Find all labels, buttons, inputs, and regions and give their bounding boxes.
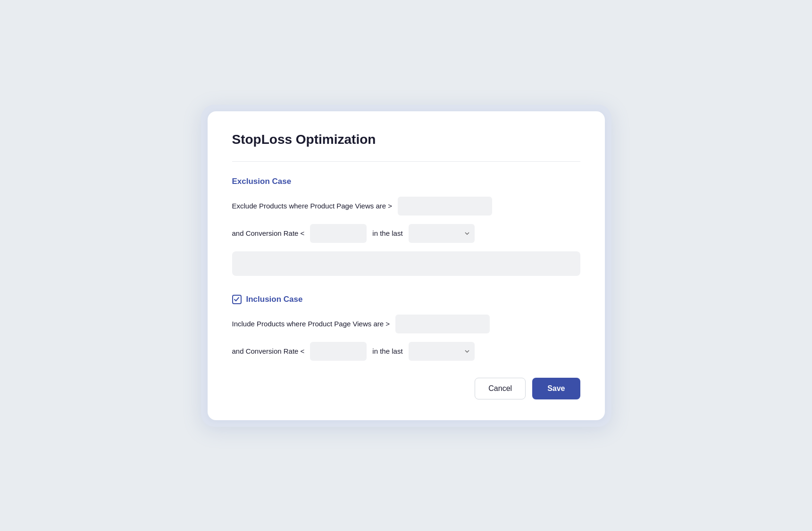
inclusion-checkbox[interactable] xyxy=(232,295,242,304)
exclusion-in-the-last-label: in the last xyxy=(372,229,402,237)
exclusion-textarea[interactable] xyxy=(232,251,580,276)
inclusion-in-the-last-label: in the last xyxy=(372,347,402,355)
inclusion-case-section: Inclusion Case Include Products where Pr… xyxy=(232,295,580,361)
inner-card: StopLoss Optimization Exclusion Case Exc… xyxy=(208,111,605,420)
exclusion-textarea-row xyxy=(232,251,580,278)
inclusion-row2-label: and Conversion Rate < xyxy=(232,347,305,355)
exclusion-row2: and Conversion Rate < in the last 7 days… xyxy=(232,224,580,243)
exclusion-case-title: Exclusion Case xyxy=(232,177,580,186)
cancel-button[interactable]: Cancel xyxy=(475,378,526,399)
exclusion-conversion-rate-input[interactable] xyxy=(310,224,367,243)
inclusion-page-views-input[interactable] xyxy=(395,315,490,333)
page-title: StopLoss Optimization xyxy=(232,132,580,147)
divider xyxy=(232,161,580,162)
inclusion-row1: Include Products where Product Page View… xyxy=(232,315,580,333)
save-button[interactable]: Save xyxy=(532,378,580,399)
footer-buttons: Cancel Save xyxy=(232,378,580,399)
exclusion-row1-label: Exclude Products where Product Page View… xyxy=(232,202,393,210)
inclusion-row1-label: Include Products where Product Page View… xyxy=(232,320,390,328)
inclusion-period-select[interactable]: 7 days 14 days 30 days xyxy=(409,342,475,361)
exclusion-row2-label: and Conversion Rate < xyxy=(232,229,305,237)
exclusion-period-select[interactable]: 7 days 14 days 30 days xyxy=(409,224,475,243)
exclusion-case-section: Exclusion Case Exclude Products where Pr… xyxy=(232,177,580,278)
inclusion-conversion-rate-input[interactable] xyxy=(310,342,367,361)
outer-card: StopLoss Optimization Exclusion Case Exc… xyxy=(201,105,611,427)
exclusion-page-views-input[interactable] xyxy=(398,197,492,216)
inclusion-row2: and Conversion Rate < in the last 7 days… xyxy=(232,342,580,361)
exclusion-row1: Exclude Products where Product Page View… xyxy=(232,197,580,216)
inclusion-case-title: Inclusion Case xyxy=(232,295,580,304)
